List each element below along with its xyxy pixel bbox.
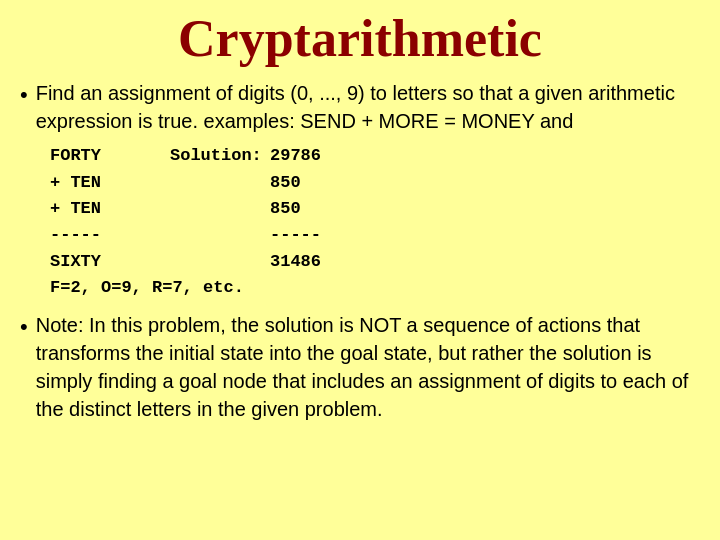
code-label-2: + TEN <box>50 170 170 196</box>
code-label-4: ----- <box>50 222 170 248</box>
code-solution-5 <box>170 249 270 275</box>
code-label-1: FORTY <box>50 143 170 169</box>
page-title: Cryptarithmetic <box>20 10 700 67</box>
code-footer: F=2, O=9, R=7, etc. <box>50 275 244 301</box>
code-footer-row: F=2, O=9, R=7, etc. <box>50 275 700 301</box>
bullet-1-content: Find an assignment of digits (0, ..., 9)… <box>36 79 700 135</box>
code-row-2: + TEN 850 <box>50 170 700 196</box>
bullet-section-1: • Find an assignment of digits (0, ..., … <box>20 79 700 301</box>
code-value-3: 850 <box>270 196 301 222</box>
code-value-4: ----- <box>270 222 321 248</box>
code-solution-4 <box>170 222 270 248</box>
code-row-5: SIXTY 31486 <box>50 249 700 275</box>
code-label-5: SIXTY <box>50 249 170 275</box>
bullet-1-text-part1: Find an assignment of digits (0, ..., 9)… <box>36 82 675 132</box>
bullet-dot-2: • <box>20 312 28 343</box>
code-row-4: ----- ----- <box>50 222 700 248</box>
code-solution-2 <box>170 170 270 196</box>
code-block: FORTY Solution: 29786 + TEN 850 + TEN 85… <box>50 143 700 301</box>
code-solution-3 <box>170 196 270 222</box>
code-value-5: 31486 <box>270 249 321 275</box>
page-container: Cryptarithmetic • Find an assignment of … <box>0 0 720 540</box>
bullet-1-text: • Find an assignment of digits (0, ..., … <box>20 79 700 135</box>
bullet-dot-1: • <box>20 80 28 111</box>
code-label-3: + TEN <box>50 196 170 222</box>
code-row-3: + TEN 850 <box>50 196 700 222</box>
code-value-2: 850 <box>270 170 301 196</box>
code-value-1: 29786 <box>270 143 321 169</box>
code-solution-header: Solution: <box>170 143 270 169</box>
bullet-section-2: • Note: In this problem, the solution is… <box>20 311 700 423</box>
bullet-2-text: • Note: In this problem, the solution is… <box>20 311 700 423</box>
code-row-1: FORTY Solution: 29786 <box>50 143 700 169</box>
bullet-2-content: Note: In this problem, the solution is N… <box>36 311 700 423</box>
